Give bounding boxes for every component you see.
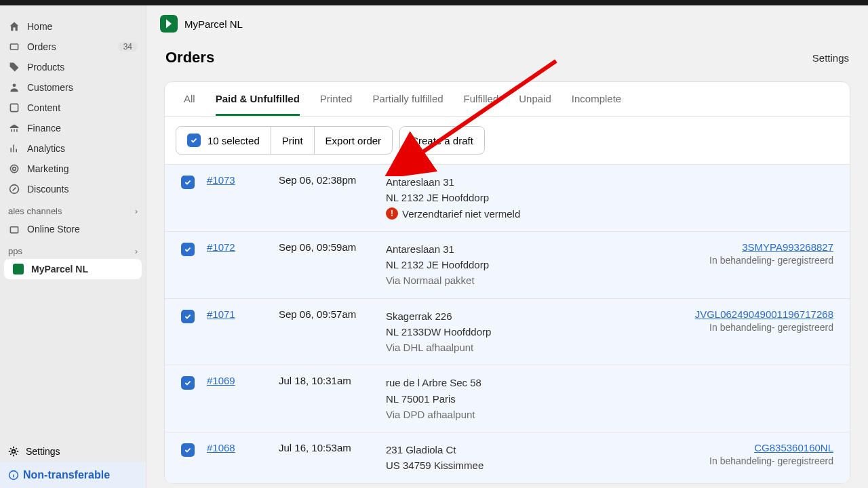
order-address: rue de l Arbre Sec 58NL 75001 ParisVia D…: [386, 375, 645, 422]
order-status: In behandeling- geregistreerd: [657, 322, 833, 333]
print-button[interactable]: Print: [271, 127, 315, 154]
table-row: #1069Jul 18, 10:31amrue de l Arbre Sec 5…: [165, 365, 850, 432]
tracking-link[interactable]: JVGL06249049001196717268: [695, 308, 833, 320]
settings-link[interactable]: Settings: [812, 52, 849, 64]
order-date: Sep 06, 02:38pm: [279, 174, 374, 186]
table-row: #1068Jul 16, 10:53am231 Gladiola CtUS 34…: [165, 432, 850, 483]
nav-label: Analytics: [27, 143, 65, 154]
nav-settings[interactable]: Settings: [0, 441, 146, 462]
row-checkbox[interactable]: [181, 243, 195, 256]
tracking-link[interactable]: 3SMYPA993268827: [742, 241, 833, 253]
svg-rect-7: [13, 264, 24, 274]
app-icon: [12, 263, 24, 275]
order-link[interactable]: #1073: [207, 174, 235, 186]
info-icon: [8, 470, 19, 481]
nav-content[interactable]: Content: [0, 98, 146, 118]
section-label: pps: [8, 246, 22, 256]
order-link[interactable]: #1068: [207, 442, 235, 453]
svg-point-3: [10, 165, 18, 172]
nav-online-store[interactable]: Online Store: [0, 219, 146, 239]
table-row: #1073Sep 06, 02:38pmAntareslaan 31NL 213…: [165, 164, 850, 231]
nav-label: Settings: [26, 446, 60, 457]
store-icon: [8, 223, 20, 235]
banner-label: Non-transferable: [23, 469, 110, 481]
svg-rect-2: [10, 104, 18, 111]
order-date: Jul 16, 10:53am: [279, 442, 374, 453]
order-address: Skagerrak 226NL 2133DW HoofddorpVia DHL …: [386, 308, 645, 356]
order-address: Antareslaan 31NL 2132 JE Hoofddorp!Verze…: [386, 174, 645, 222]
warning-icon: !: [386, 207, 398, 220]
nav-label: Discounts: [27, 184, 68, 195]
nav-myparcel[interactable]: MyParcel NL: [4, 259, 142, 279]
row-checkbox[interactable]: [181, 443, 195, 457]
orders-badge: 34: [118, 42, 138, 52]
target-icon: [8, 163, 20, 175]
selected-count-cell[interactable]: 10 selected: [176, 127, 271, 154]
table-row: #1071Sep 06, 09:57amSkagerrak 226NL 2133…: [165, 298, 850, 365]
nav-label: Home: [27, 21, 52, 32]
order-link[interactable]: #1071: [207, 308, 235, 320]
svg-point-8: [12, 450, 16, 453]
orders-card: All Paid & Unfulfilled Printed Partially…: [164, 81, 850, 484]
nav-label: MyParcel NL: [31, 264, 88, 274]
section-label: ales channels: [8, 206, 62, 216]
tab-all[interactable]: All: [184, 93, 195, 116]
order-status: In behandeling- geregistreerd: [657, 455, 833, 466]
order-date: Sep 06, 09:59am: [279, 241, 374, 253]
tab-paid-unfulfilled[interactable]: Paid & Unfulfilled: [216, 93, 300, 116]
svg-point-4: [13, 167, 16, 171]
chart-icon: [8, 142, 20, 155]
tabs: All Paid & Unfulfilled Printed Partially…: [165, 82, 850, 117]
app-bar: MyParcel NL: [146, 5, 868, 42]
svg-rect-6: [10, 227, 18, 233]
select-all-checkbox[interactable]: [187, 134, 201, 147]
nav-orders[interactable]: Orders34: [0, 37, 146, 57]
home-icon: [8, 20, 20, 33]
nav-finance[interactable]: Finance: [0, 118, 146, 138]
nav-customers[interactable]: Customers: [0, 77, 146, 98]
order-link[interactable]: #1072: [207, 241, 235, 253]
svg-rect-0: [10, 44, 18, 49]
app-logo-icon: [160, 15, 178, 33]
order-status: In behandeling- geregistreerd: [657, 255, 833, 266]
nav-analytics[interactable]: Analytics: [0, 138, 146, 159]
section-apps[interactable]: pps›: [0, 239, 146, 259]
tab-incomplete[interactable]: Incomplete: [572, 93, 621, 116]
page-title: Orders: [165, 49, 214, 66]
table-row: #1072Sep 06, 09:59amAntareslaan 31NL 213…: [165, 231, 850, 298]
chevron-right-icon: ›: [135, 206, 138, 216]
row-checkbox[interactable]: [181, 176, 195, 189]
nav-home[interactable]: Home: [0, 16, 146, 37]
order-address: 231 Gladiola CtUS 34759 Kissimmee: [386, 442, 645, 474]
row-checkbox[interactable]: [181, 310, 195, 323]
selected-count: 10 selected: [208, 135, 260, 146]
non-transferable-banner: Non-transferable: [0, 462, 146, 488]
tab-unpaid[interactable]: Unpaid: [519, 93, 551, 116]
nav-marketing[interactable]: Marketing: [0, 159, 146, 179]
create-draft-button[interactable]: Create a draft: [400, 127, 484, 154]
section-sales-channels[interactable]: ales channels›: [0, 199, 146, 219]
gear-icon: [8, 446, 19, 457]
tab-fulfilled[interactable]: Fulfilled: [464, 93, 499, 116]
orders-icon: [8, 41, 20, 53]
order-rows: #1073Sep 06, 02:38pmAntareslaan 31NL 213…: [165, 164, 850, 483]
order-link[interactable]: #1069: [207, 375, 235, 386]
nav-label: Customers: [27, 82, 73, 93]
tab-printed[interactable]: Printed: [320, 93, 353, 116]
nav-label: Online Store: [27, 224, 80, 235]
nav-products[interactable]: Products: [0, 57, 146, 77]
nav-discounts[interactable]: Discounts: [0, 179, 146, 199]
bulk-toolbar: 10 selected Print Export order Create a …: [165, 117, 850, 164]
export-order-button[interactable]: Export order: [315, 127, 393, 154]
tab-partially-fulfilled[interactable]: Partially fulfilled: [372, 93, 443, 116]
discount-icon: [8, 183, 20, 195]
content-icon: [8, 102, 20, 114]
nav-label: Content: [27, 102, 60, 113]
tracking-link[interactable]: CG835360160NL: [754, 442, 833, 453]
person-icon: [8, 81, 20, 94]
order-date: Sep 06, 09:57am: [279, 308, 374, 320]
nav-label: Finance: [27, 123, 61, 134]
row-checkbox[interactable]: [181, 376, 195, 390]
svg-point-1: [13, 83, 16, 87]
chevron-right-icon: ›: [135, 246, 138, 256]
